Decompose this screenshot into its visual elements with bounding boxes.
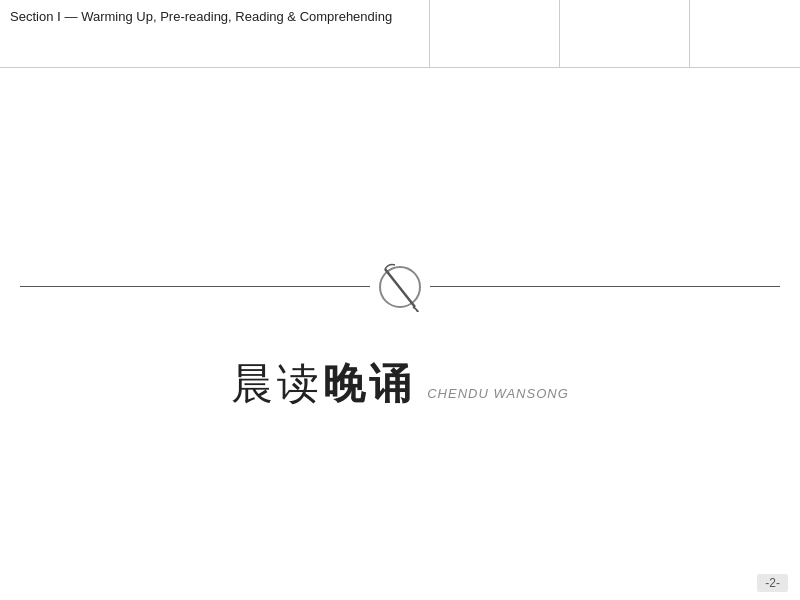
header-cell-1: Section Ⅰ — Warming Up, Pre-reading, Rea… <box>0 0 430 67</box>
header-cell-4 <box>690 0 800 67</box>
svg-line-1 <box>385 269 415 307</box>
logo-circle <box>370 257 430 316</box>
page-number: -2- <box>757 574 788 592</box>
main-content: 晨读晚诵 CHENDU WANSONG <box>0 68 800 600</box>
title-regular: 晨读 <box>231 361 323 407</box>
header-cell-2 <box>430 0 560 67</box>
header-text: Section Ⅰ — Warming Up, Pre-reading, Rea… <box>10 9 392 24</box>
logo-icon <box>375 257 425 312</box>
header-cell-3 <box>560 0 690 67</box>
title-bold: 晚诵 <box>323 361 415 407</box>
header-grid: Section Ⅰ — Warming Up, Pre-reading, Rea… <box>0 0 800 68</box>
title-area: 晨读晚诵 CHENDU WANSONG <box>231 356 569 412</box>
divider-container <box>20 257 780 316</box>
title-chinese: 晨读晚诵 <box>231 356 415 412</box>
title-pinyin: CHENDU WANSONG <box>427 386 569 401</box>
